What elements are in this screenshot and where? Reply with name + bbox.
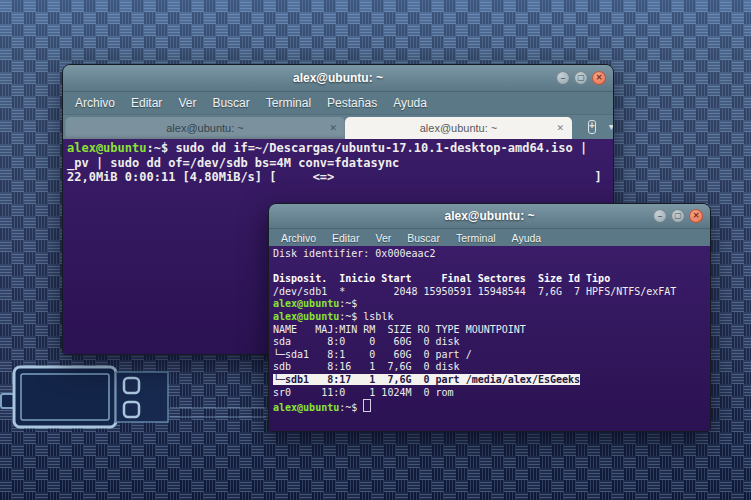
menu-item-ver[interactable]: Ver <box>367 232 399 244</box>
menu-item-editar[interactable]: Editar <box>123 96 170 110</box>
terminal-text: :~$ sudo dd if=~/Descargas/ubuntu-17.10.… <box>146 141 587 155</box>
terminal-text: alex@ubuntu <box>273 311 339 322</box>
terminal-text: sda 8:0 0 60G 0 disk <box>273 336 466 347</box>
terminal-line: alex@ubuntu:~$ <box>273 298 706 311</box>
terminal-line: alex@ubuntu:~$ lsblk <box>273 311 706 324</box>
terminal-text: └─sdb1 8:17 1 7,6G 0 part /media/alex/Es… <box>273 374 580 385</box>
minimize-icon[interactable] <box>653 209 667 223</box>
window-controls <box>653 209 703 223</box>
terminal-line: alex@ubuntu:~$ sudo dd if=~/Descargas/ub… <box>67 141 609 156</box>
tabs: alex@ubuntu: ~alex@ubuntu: ~ <box>63 117 572 139</box>
menu-item-pestañas[interactable]: Pestañas <box>319 96 385 110</box>
terminal-line: sr0 11:0 1 1024M 0 rom <box>273 387 706 400</box>
terminal-line: _pv | sudo dd of=/dev/sdb bs=4M conv=fda… <box>67 156 609 171</box>
terminal-line: sda 8:0 0 60G 0 disk <box>273 336 706 349</box>
tab-close-icon[interactable] <box>329 123 337 133</box>
terminal-cursor <box>363 399 371 412</box>
menubar-front: ArchivoEditarVerBuscarTerminalAyuda <box>269 229 710 246</box>
menu-item-buscar[interactable]: Buscar <box>399 232 448 244</box>
menu-item-terminal[interactable]: Terminal <box>258 96 319 110</box>
window-title: alex@ubuntu: ~ <box>444 209 534 223</box>
terminal-line: alex@ubuntu:~$ <box>273 399 706 415</box>
titlebar-front[interactable]: alex@ubuntu: ~ <box>269 204 710 229</box>
maximize-icon[interactable] <box>671 209 685 223</box>
terminal-text: Disk identifier: 0x000eaac2 <box>273 248 436 259</box>
titlebar-back[interactable]: alex@ubuntu: ~ <box>63 65 613 92</box>
tab-2-active[interactable]: alex@ubuntu: ~ <box>345 117 572 139</box>
menubar-back: ArchivoEditarVerBuscarTerminalPestañasAy… <box>63 92 613 114</box>
terminal-output-front[interactable]: Disk identifier: 0x000eaac2Disposit. Ini… <box>269 246 710 431</box>
terminal-text: :~$ <box>339 402 363 413</box>
tab-close-icon[interactable] <box>556 123 564 133</box>
usb-drive-illustration <box>0 364 270 432</box>
terminal-text: └─sda1 8:1 0 60G 0 part / <box>273 349 472 360</box>
terminal-text: alex@ubuntu <box>273 402 339 413</box>
terminal-text: /dev/sdb1 * 2048 15950591 15948544 7,6G … <box>273 286 676 297</box>
menu-item-ver[interactable]: Ver <box>170 96 204 110</box>
terminal-line: └─sda1 8:1 0 60G 0 part / <box>273 349 706 362</box>
menu-item-editar[interactable]: Editar <box>324 232 367 244</box>
terminal-window-front: alex@ubuntu: ~ ArchivoEditarVerBuscarTer… <box>268 203 711 432</box>
terminal-text: :~$ <box>339 298 357 309</box>
maximize-icon[interactable] <box>574 71 588 85</box>
menu-item-terminal[interactable]: Terminal <box>448 232 504 244</box>
minimize-icon[interactable] <box>556 71 570 85</box>
terminal-line: └─sdb1 8:17 1 7,6G 0 part /media/alex/Es… <box>273 374 706 387</box>
menu-item-archivo[interactable]: Archivo <box>273 232 324 244</box>
tab-label: alex@ubuntu: ~ <box>65 122 345 134</box>
terminal-text: :~$ lsblk <box>339 311 393 322</box>
terminal-line: 22,0MiB 0:00:11 [4,80MiB/s] [ <=> ] <box>67 170 609 185</box>
tab-list-chevron-down-icon[interactable] <box>609 122 614 132</box>
terminal-text: sr0 11:0 1 1024M 0 rom <box>273 387 460 398</box>
terminal-text: alex@ubuntu <box>67 141 146 155</box>
window-controls <box>556 71 606 85</box>
terminal-line: Disposit. Inicio Start Final Sectores Si… <box>273 273 706 286</box>
terminal-text: _pv | sudo dd of=/dev/sdb bs=4M conv=fda… <box>67 156 399 170</box>
menu-item-archivo[interactable]: Archivo <box>67 96 123 110</box>
tab-bar: alex@ubuntu: ~alex@ubuntu: ~ + <box>63 114 613 139</box>
terminal-line <box>273 261 706 274</box>
window-title: alex@ubuntu: ~ <box>293 71 383 85</box>
tab-1[interactable]: alex@ubuntu: ~ <box>65 117 345 139</box>
terminal-text: alex@ubuntu <box>273 298 339 309</box>
menu-item-ayuda[interactable]: Ayuda <box>385 96 435 110</box>
menu-item-ayuda[interactable]: Ayuda <box>504 232 550 244</box>
menu-item-buscar[interactable]: Buscar <box>204 96 257 110</box>
terminal-text: NAME MAJ:MIN RM SIZE RO TYPE MOUNTPOINT <box>273 324 526 335</box>
terminal-line: sdb 8:16 1 7,6G 0 disk <box>273 361 706 374</box>
terminal-line: Disk identifier: 0x000eaac2 <box>273 248 706 261</box>
close-icon[interactable] <box>592 71 606 85</box>
terminal-text: 22,0MiB 0:00:11 [4,80MiB/s] [ <=> ] <box>67 170 602 184</box>
terminal-line: NAME MAJ:MIN RM SIZE RO TYPE MOUNTPOINT <box>273 324 706 337</box>
terminal-line: /dev/sdb1 * 2048 15950591 15948544 7,6G … <box>273 286 706 299</box>
close-icon[interactable] <box>689 209 703 223</box>
terminal-text: Disposit. Inicio Start Final Sectores Si… <box>273 273 610 284</box>
new-tab-button[interactable]: + <box>588 120 596 134</box>
tab-label: alex@ubuntu: ~ <box>345 122 572 134</box>
terminal-text: sdb 8:16 1 7,6G 0 disk <box>273 361 466 372</box>
